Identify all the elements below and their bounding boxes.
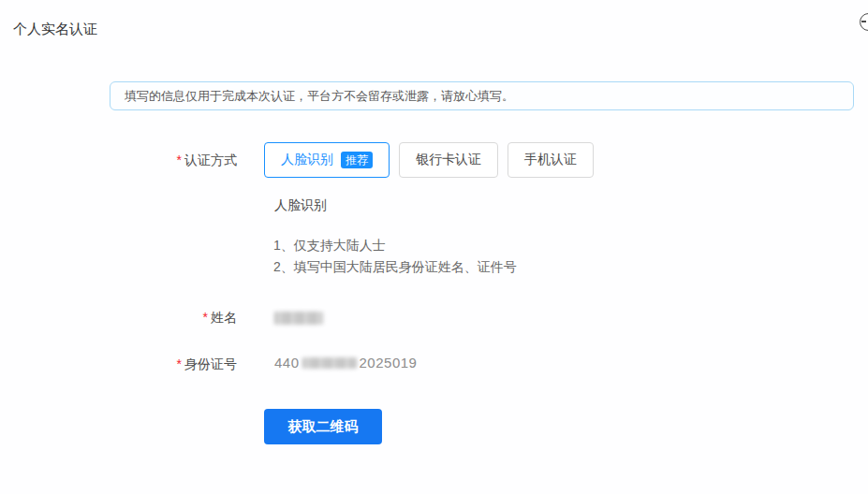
id-number-label: *身份证号 — [0, 356, 237, 373]
id-number-value: 4402025019 — [274, 355, 417, 370]
privacy-alert-text: 填写的信息仅用于完成本次认证，平台方不会留存或泄露，请放心填写。 — [125, 88, 514, 105]
auth-method-label: *认证方式 — [0, 153, 237, 169]
method-face-recognition-label: 人脸识别 — [281, 152, 333, 168]
id-number-suffix: 2025019 — [360, 355, 418, 370]
recommended-badge: 推荐 — [341, 152, 373, 168]
help-icon[interactable] — [860, 13, 868, 31]
real-name-auth-page: 个人实名认证 填写的信息仅用于完成本次认证，平台方不会留存或泄露，请放心填写。 … — [0, 0, 868, 494]
get-qr-code-button[interactable]: 获取二维码 — [264, 409, 382, 444]
name-value-redacted — [274, 312, 323, 325]
method-phone-label: 手机认证 — [524, 152, 577, 168]
required-mark: * — [177, 153, 182, 167]
method-face-recognition-button[interactable]: 人脸识别 推荐 — [264, 142, 390, 178]
method-note-1: 1、仅支持大陆人士 — [273, 235, 517, 256]
method-note-2: 2、填写中国大陆居民身份证姓名、证件号 — [273, 256, 517, 278]
auth-method-label-text: 认证方式 — [184, 153, 237, 167]
method-info-heading: 人脸识别 — [274, 197, 327, 214]
name-label: *姓名 — [0, 310, 237, 327]
page-title: 个人实名认证 — [13, 21, 97, 38]
required-mark: * — [203, 310, 208, 325]
auth-method-options: 人脸识别 推荐 银行卡认证 手机认证 — [264, 142, 594, 178]
id-number-prefix: 440 — [274, 355, 300, 370]
privacy-alert: 填写的信息仅用于完成本次认证，平台方不会留存或泄露，请放心填写。 — [110, 81, 854, 110]
method-bank-card-label: 银行卡认证 — [416, 152, 481, 168]
method-phone-button[interactable]: 手机认证 — [508, 142, 594, 178]
id-number-redacted — [302, 357, 357, 369]
name-label-text: 姓名 — [211, 310, 237, 325]
method-info-notes: 1、仅支持大陆人士 2、填写中国大陆居民身份证姓名、证件号 — [273, 235, 517, 278]
id-number-label-text: 身份证号 — [184, 356, 237, 371]
required-mark: * — [177, 356, 182, 371]
name-value — [274, 309, 323, 325]
method-bank-card-button[interactable]: 银行卡认证 — [399, 142, 498, 178]
